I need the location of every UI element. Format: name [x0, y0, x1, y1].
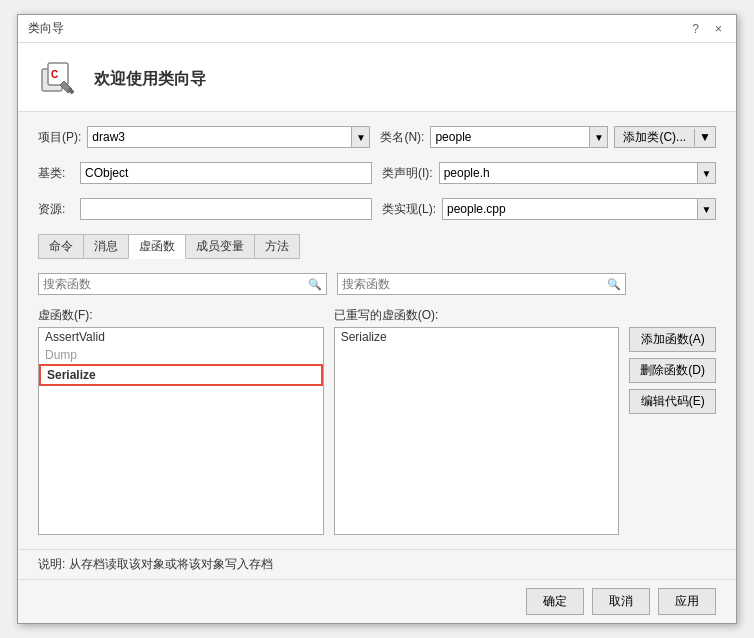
- left-panel: 虚函数(F): AssertValid Dump Serialize: [38, 307, 324, 535]
- title-bar: 类向导 ? ×: [18, 15, 736, 43]
- resource-group: 资源:: [38, 198, 372, 220]
- right-panel-label: 已重写的虚函数(O):: [334, 307, 620, 324]
- resource-implementation-row: 资源: 类实现(L): ▼: [38, 198, 716, 220]
- apply-button[interactable]: 应用: [658, 588, 716, 615]
- project-dropdown-arrow[interactable]: ▼: [352, 126, 370, 148]
- right-panel: 已重写的虚函数(O): Serialize: [334, 307, 620, 535]
- implementation-group: 类实现(L): ▼: [382, 198, 716, 220]
- cancel-button[interactable]: 取消: [592, 588, 650, 615]
- declaration-label: 类声明(I):: [382, 165, 433, 182]
- tab-method[interactable]: 方法: [254, 234, 300, 259]
- baseclass-label: 基类:: [38, 165, 74, 182]
- project-dropdown-container: ▼: [87, 126, 370, 148]
- main-content: 虚函数(F): AssertValid Dump Serialize 已重写的虚…: [38, 307, 716, 535]
- list-item-serialize-selected[interactable]: Serialize: [39, 364, 323, 386]
- left-list-box[interactable]: AssertValid Dump Serialize: [38, 327, 324, 535]
- implementation-label: 类实现(L):: [382, 201, 436, 218]
- right-search-icon: 🔍: [607, 278, 621, 291]
- wizard-icon: C: [38, 59, 78, 99]
- baseclass-input[interactable]: [80, 162, 372, 184]
- classname-group: 类名(N): ▼ 添加类(C)... ▼: [380, 126, 716, 148]
- implementation-dropdown-container: ▼: [442, 198, 716, 220]
- project-classname-row: 项目(P): ▼ 类名(N): ▼ 添加类(C)... ▼: [38, 126, 716, 148]
- dialog-footer: 确定 取消 应用: [18, 579, 736, 623]
- tabs-container: 命令 消息 虚函数 成员变量 方法: [38, 234, 716, 259]
- title-bar-right: ? ×: [688, 22, 726, 36]
- declaration-dropdown-arrow[interactable]: ▼: [698, 162, 716, 184]
- implementation-dropdown-arrow[interactable]: ▼: [698, 198, 716, 220]
- baseclass-group: 基类:: [38, 162, 372, 184]
- project-label: 项目(P):: [38, 129, 81, 146]
- declaration-group: 类声明(I): ▼: [382, 162, 716, 184]
- implementation-input[interactable]: [442, 198, 698, 220]
- project-input[interactable]: [87, 126, 352, 148]
- left-search-box: 🔍: [38, 273, 327, 295]
- help-button[interactable]: ?: [688, 22, 703, 36]
- right-list-box[interactable]: Serialize: [334, 327, 620, 535]
- ok-button[interactable]: 确定: [526, 588, 584, 615]
- add-class-label: 添加类(C)...: [615, 129, 695, 146]
- resource-input[interactable]: [80, 198, 372, 220]
- close-button[interactable]: ×: [711, 22, 726, 36]
- right-search-input[interactable]: [342, 277, 607, 291]
- left-panel-label: 虚函数(F):: [38, 307, 324, 324]
- classname-input[interactable]: [430, 126, 590, 148]
- right-search-box: 🔍: [337, 273, 626, 295]
- description-bar: 说明: 从存档读取该对象或将该对象写入存档: [18, 549, 736, 579]
- tab-member-var[interactable]: 成员变量: [185, 234, 255, 259]
- tab-virtual[interactable]: 虚函数: [128, 234, 186, 259]
- right-list-item-serialize[interactable]: Serialize: [335, 328, 619, 346]
- delete-function-button[interactable]: 删除函数(D): [629, 358, 716, 383]
- baseclass-declaration-row: 基类: 类声明(I): ▼: [38, 162, 716, 184]
- add-function-button[interactable]: 添加函数(A): [629, 327, 716, 352]
- description-text: 说明: 从存档读取该对象或将该对象写入存档: [38, 557, 273, 571]
- left-search-icon: 🔍: [308, 278, 322, 291]
- dialog-header: C 欢迎使用类向导: [18, 43, 736, 112]
- wizard-title: 欢迎使用类向导: [94, 69, 206, 90]
- list-item[interactable]: AssertValid: [39, 328, 323, 346]
- class-wizard-dialog: 类向导 ? × C 欢迎使用类向导 项目(P): ▼: [17, 14, 737, 624]
- title-bar-left: 类向导: [28, 20, 64, 37]
- declaration-input[interactable]: [439, 162, 698, 184]
- classname-label: 类名(N):: [380, 129, 424, 146]
- tab-command[interactable]: 命令: [38, 234, 84, 259]
- add-class-arrow-icon[interactable]: ▼: [695, 130, 715, 144]
- edit-code-button[interactable]: 编辑代码(E): [629, 389, 716, 414]
- tab-message[interactable]: 消息: [83, 234, 129, 259]
- declaration-dropdown-container: ▼: [439, 162, 716, 184]
- action-buttons: 添加函数(A) 删除函数(D) 编辑代码(E): [629, 307, 716, 535]
- project-group: 项目(P): ▼: [38, 126, 370, 148]
- list-item[interactable]: Dump: [39, 346, 323, 364]
- dialog-title: 类向导: [28, 20, 64, 37]
- left-search-input[interactable]: [43, 277, 308, 291]
- classname-dropdown-arrow[interactable]: ▼: [590, 126, 608, 148]
- search-row: 🔍 🔍: [38, 273, 716, 295]
- dialog-body: 项目(P): ▼ 类名(N): ▼ 添加类(C)... ▼: [18, 112, 736, 549]
- svg-text:C: C: [51, 69, 58, 80]
- classname-dropdown-container: ▼: [430, 126, 608, 148]
- add-class-button[interactable]: 添加类(C)... ▼: [614, 126, 716, 148]
- resource-label: 资源:: [38, 201, 74, 218]
